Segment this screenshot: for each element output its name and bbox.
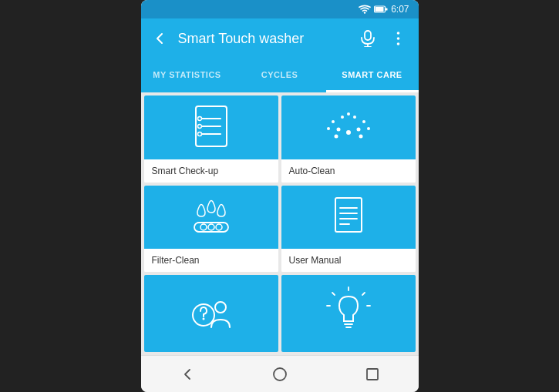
card-label-filter-clean: Filter-Clean bbox=[144, 249, 278, 272]
svg-point-29 bbox=[200, 224, 207, 230]
svg-point-19 bbox=[332, 120, 335, 123]
svg-point-30 bbox=[208, 224, 214, 230]
card-image-user-manual bbox=[281, 186, 416, 250]
back-arrow-icon bbox=[152, 31, 167, 46]
svg-point-6 bbox=[397, 32, 400, 35]
svg-point-48 bbox=[274, 368, 286, 380]
svg-point-22 bbox=[353, 116, 356, 119]
svg-rect-3 bbox=[365, 31, 371, 40]
nav-back-icon bbox=[180, 367, 195, 382]
tips-icon bbox=[318, 283, 379, 344]
tab-cycles[interactable]: CYCLES bbox=[234, 59, 326, 92]
help-icon bbox=[180, 283, 242, 344]
nav-home-icon bbox=[272, 367, 288, 382]
status-icons: 6:07 bbox=[359, 4, 409, 15]
svg-line-44 bbox=[332, 293, 335, 295]
card-label-user-manual: User Manual bbox=[281, 249, 416, 272]
tabs-bar: MY STATISTICS CYCLES SMART CARE bbox=[141, 59, 419, 92]
mic-button[interactable] bbox=[354, 25, 382, 52]
svg-point-8 bbox=[397, 42, 400, 45]
toolbar-actions bbox=[354, 25, 413, 52]
toolbar: Smart Touch washer bbox=[141, 18, 419, 59]
svg-line-45 bbox=[362, 293, 365, 295]
svg-point-16 bbox=[346, 130, 351, 135]
card-filter-clean[interactable]: Filter-Clean bbox=[144, 186, 278, 273]
card-smart-checkup[interactable]: Smart Check-up bbox=[144, 95, 278, 183]
card-image-filter-clean bbox=[144, 186, 278, 250]
svg-rect-32 bbox=[335, 198, 362, 232]
svg-point-31 bbox=[216, 224, 222, 230]
svg-point-38 bbox=[202, 318, 204, 320]
svg-point-7 bbox=[397, 37, 400, 40]
status-bar: 6:07 bbox=[141, 0, 419, 18]
svg-point-23 bbox=[347, 112, 350, 116]
filterclean-icon bbox=[180, 190, 242, 244]
nav-bar bbox=[141, 355, 419, 392]
svg-point-11 bbox=[197, 117, 201, 121]
more-icon bbox=[396, 31, 400, 46]
more-button[interactable] bbox=[385, 25, 413, 52]
usermanual-icon bbox=[322, 190, 375, 244]
svg-rect-2 bbox=[375, 7, 384, 12]
toolbar-title: Smart Touch washer bbox=[178, 31, 348, 47]
svg-rect-49 bbox=[367, 369, 378, 380]
autoclean-icon bbox=[318, 100, 379, 154]
svg-point-25 bbox=[359, 135, 362, 139]
nav-back-button[interactable] bbox=[169, 356, 206, 393]
svg-point-21 bbox=[341, 116, 344, 119]
svg-point-15 bbox=[197, 132, 201, 136]
svg-point-27 bbox=[367, 127, 370, 130]
nav-recent-button[interactable] bbox=[354, 356, 391, 393]
phone-container: 6:07 Smart Touch washer bbox=[141, 0, 419, 392]
svg-point-39 bbox=[215, 302, 226, 313]
card-label-smart-checkup: Smart Check-up bbox=[144, 159, 278, 183]
nav-home-button[interactable] bbox=[261, 356, 298, 393]
card-tips[interactable] bbox=[281, 275, 416, 352]
svg-point-18 bbox=[356, 128, 360, 132]
card-image-auto-clean bbox=[281, 95, 416, 159]
time-display: 6:07 bbox=[391, 4, 409, 15]
svg-point-17 bbox=[336, 128, 340, 132]
battery-icon bbox=[374, 5, 388, 13]
tab-smart-care[interactable]: SMART CARE bbox=[326, 59, 419, 92]
card-help[interactable] bbox=[144, 275, 278, 352]
mic-icon bbox=[360, 30, 375, 47]
card-image-smart-checkup bbox=[144, 95, 278, 159]
back-button[interactable] bbox=[147, 26, 172, 51]
svg-point-24 bbox=[334, 135, 338, 139]
nav-recent-icon bbox=[365, 367, 380, 382]
svg-point-20 bbox=[362, 120, 365, 123]
tab-my-statistics[interactable]: MY STATISTICS bbox=[141, 59, 234, 92]
svg-point-26 bbox=[327, 127, 330, 130]
card-image-help bbox=[144, 275, 278, 352]
cards-grid: Smart Check-up bbox=[141, 92, 419, 355]
card-user-manual[interactable]: User Manual bbox=[281, 186, 416, 273]
card-image-tips bbox=[281, 275, 416, 352]
svg-point-13 bbox=[197, 125, 201, 129]
svg-rect-1 bbox=[386, 8, 388, 11]
checkup-icon bbox=[184, 100, 238, 154]
wifi-icon bbox=[359, 5, 371, 14]
card-auto-clean[interactable]: Auto-Clean bbox=[281, 95, 416, 183]
card-label-auto-clean: Auto-Clean bbox=[281, 159, 416, 183]
